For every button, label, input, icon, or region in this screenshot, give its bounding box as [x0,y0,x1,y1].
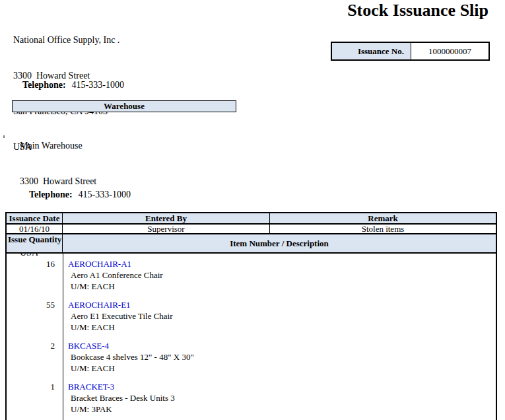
item-number-link[interactable]: BKCASE-4 [68,340,496,351]
issuance-number-value: 1000000007 [411,43,488,59]
issuance-date-value: 01/16/10 [7,225,63,234]
issue-quantity-header: Issue Quantity [7,234,63,252]
item-uom: U/M: 3PAK [68,403,496,415]
item-row: 16 AEROCHAIR-A1 Aero A1 Conference Chair… [7,258,496,292]
warehouse-telephone: Telephone:415-333-1000 [20,179,131,211]
items-header-row: Issue Quantity Item Number / Description [7,234,496,254]
info-value-row: 01/16/10 Supervisor Stolen items [7,225,496,234]
entered-by-value: Supervisor [63,225,270,234]
warehouse-section-header: Warehouse [12,100,236,112]
quantity-column-divider [63,254,63,420]
item-details: AEROCHAIR-E1 Aero E1 Executive Tile Chai… [63,299,496,333]
company-name: National Office Supply, Inc . [13,34,119,46]
item-uom: U/M: EACH [68,281,496,292]
warehouse-telephone-label: Telephone: [29,190,73,199]
issuance-date-header: Issuance Date [7,213,63,224]
page-title: Stock Issuance Slip [347,1,488,20]
issuance-table: Issuance Date Entered By Remark 01/16/10… [5,212,497,420]
entered-by-header: Entered By [63,213,270,224]
item-uom: U/M: EACH [68,363,496,374]
company-telephone: Telephone:415-333-1000 [13,69,124,101]
issuance-number-box: Issuance No. 1000000007 [331,42,490,61]
items-list: 16 AEROCHAIR-A1 Aero A1 Conference Chair… [7,254,496,420]
warehouse-telephone-value: 415-333-1000 [79,190,131,199]
item-number-link[interactable]: AEROCHAIR-E1 [68,299,496,310]
item-row: 55 AEROCHAIR-E1 Aero E1 Executive Tile C… [7,299,496,333]
item-quantity: 2 [7,340,63,374]
item-row: 1 BRACKET-3 Bracket Braces - Desk Units … [7,381,496,415]
stray-mark [3,135,5,138]
company-telephone-value: 415-333-1000 [72,80,124,90]
remark-header: Remark [270,213,496,224]
item-details: AEROCHAIR-A1 Aero A1 Conference Chair U/… [63,258,496,292]
warehouse-name: Main Warehouse [20,140,117,152]
remark-value: Stolen items [270,225,496,234]
item-number-link[interactable]: BRACKET-3 [68,381,496,392]
stock-issuance-slip-page: National Office Supply, Inc . 3300 Howar… [0,0,505,420]
item-description: Aero A1 Conference Chair [68,269,496,281]
item-quantity: 1 [7,381,63,415]
item-details: BRACKET-3 Bracket Braces - Desk Units 3 … [63,381,496,415]
item-description: Bookcase 4 shelves 12" - 48" X 30" [68,351,496,363]
issuance-number-label: Issuance No. [332,43,411,59]
item-number-description-header: Item Number / Description [63,234,496,252]
company-telephone-label: Telephone: [22,80,66,90]
item-description: Aero E1 Executive Tile Chair [68,310,496,322]
item-description: Bracket Braces - Desk Units 3 [68,392,496,403]
item-number-link[interactable]: AEROCHAIR-A1 [68,258,496,269]
item-quantity: 16 [7,258,63,292]
item-uom: U/M: EACH [68,322,496,333]
item-quantity: 55 [7,299,63,333]
item-details: BKCASE-4 Bookcase 4 shelves 12" - 48" X … [63,340,496,374]
item-row: 2 BKCASE-4 Bookcase 4 shelves 12" - 48" … [7,340,496,374]
info-header-row: Issuance Date Entered By Remark [7,213,496,225]
